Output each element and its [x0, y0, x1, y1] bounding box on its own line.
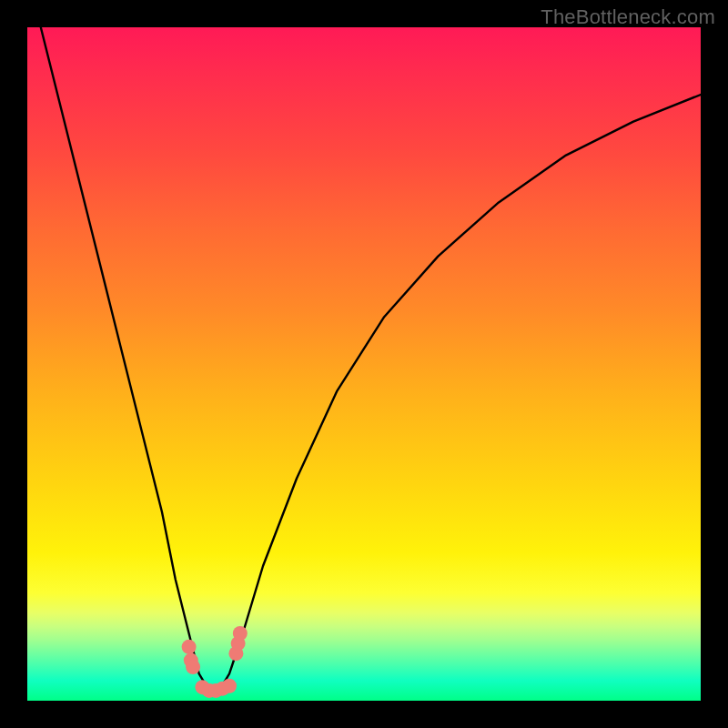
- valley-marker: [233, 626, 248, 641]
- valley-marker: [182, 640, 197, 654]
- valley-marker: [186, 660, 200, 674]
- watermark-text: TheBottleneck.com: [541, 5, 715, 29]
- valley-markers: [182, 626, 248, 698]
- chart-frame: TheBottleneck.com: [0, 0, 728, 728]
- valley-marker: [222, 679, 237, 693]
- curve-svg: [27, 27, 701, 701]
- plot-area: [27, 27, 701, 701]
- bottleneck-curve: [41, 27, 701, 691]
